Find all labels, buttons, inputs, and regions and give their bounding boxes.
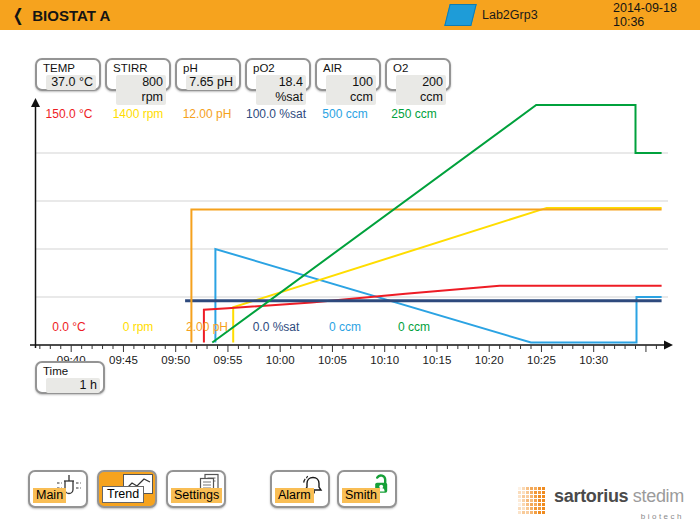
brand-secondary: stedim xyxy=(633,486,684,506)
pv-stirr-label: STIRR xyxy=(113,62,166,74)
brand-sub: biotech xyxy=(554,507,684,525)
x-tick-label: 10:20 xyxy=(475,354,504,366)
x-tick-label: 10:15 xyxy=(423,354,452,366)
nav-settings-label: Settings xyxy=(171,488,222,503)
pv-temp-button[interactable]: TEMP 37.0 °C xyxy=(35,58,101,91)
date-label: 2014-09-18 xyxy=(613,2,677,16)
pv-stirr-button[interactable]: STIRR 800 rpm xyxy=(105,58,171,91)
x-tick-label: 10:00 xyxy=(266,354,295,366)
vessel-flag-icon xyxy=(444,4,476,26)
x-tick-label: 10:10 xyxy=(370,354,399,366)
nav-main-button[interactable]: Main xyxy=(28,470,88,508)
pv-temp-label: TEMP xyxy=(43,62,96,74)
pv-temp-value: 37.0 °C xyxy=(46,75,96,90)
x-tick-label: 10:25 xyxy=(527,354,556,366)
process-group-label: Lab2Grp3 xyxy=(482,8,538,22)
back-button[interactable]: ❮ BIOSTAT A xyxy=(11,5,110,26)
pv-air-button[interactable]: AIR 100 ccm xyxy=(315,58,381,91)
x-tick-label: 09:55 xyxy=(214,354,243,366)
nav-user-button[interactable]: Smith xyxy=(337,470,397,508)
nav-settings-button[interactable]: Settings xyxy=(166,470,226,508)
logo-text: sartorius stedim biotech xyxy=(554,486,684,525)
nav-trend-label: Trend xyxy=(102,486,144,503)
pv-ph-button[interactable]: pH 7.65 pH xyxy=(175,58,241,91)
x-tick-label: 10:05 xyxy=(318,354,347,366)
x-axis-arrow-icon xyxy=(664,341,673,350)
nav-alarm-label: Alarm xyxy=(275,488,314,503)
nav-trend-button[interactable]: Trend xyxy=(97,470,157,508)
time-window-button[interactable]: Time 1 h xyxy=(35,361,105,394)
pv-air-label: AIR xyxy=(323,62,376,74)
sartorius-logo: sartorius stedim biotech xyxy=(518,486,684,525)
trend-chart: 09:4009:4509:5009:5510:0010:0510:1010:15… xyxy=(0,90,700,375)
nav-user-label: Smith xyxy=(342,488,380,503)
page-title: BIOSTAT A xyxy=(32,7,110,24)
biostat-screen: ❮ BIOSTAT A Lab2Grp3 2014-09-18 10:36 TE… xyxy=(0,0,700,525)
time-label: 10:36 xyxy=(613,16,677,30)
series-o2 xyxy=(212,105,661,343)
nav-main-label: Main xyxy=(33,488,66,503)
process-group-chip[interactable]: Lab2Grp3 xyxy=(447,4,538,26)
x-tick-label: 09:50 xyxy=(161,354,190,366)
pv-po2-label: pO2 xyxy=(253,62,306,74)
x-tick-label: 09:45 xyxy=(109,354,138,366)
time-window-value: 1 h xyxy=(46,378,100,393)
x-tick-label: 10:30 xyxy=(579,354,608,366)
pv-ph-value: 7.65 pH xyxy=(186,75,236,90)
datetime-display: 2014-09-18 10:36 xyxy=(613,2,677,29)
logo-pixel-icon xyxy=(518,487,545,514)
time-window-label: Time xyxy=(43,365,100,377)
back-chevron-icon: ❮ xyxy=(13,5,24,26)
nav-alarm-button[interactable]: Alarm xyxy=(270,470,330,508)
series-stirr xyxy=(233,208,661,343)
header-bar: ❮ BIOSTAT A Lab2Grp3 2014-09-18 10:36 xyxy=(0,0,700,30)
pv-po2-button[interactable]: pO2 18.4 %sat xyxy=(245,58,311,91)
pv-ph-label: pH xyxy=(183,62,236,74)
pv-o2-button[interactable]: O2 200 ccm xyxy=(385,58,451,91)
series-ph xyxy=(191,209,661,342)
brand-primary: sartorius xyxy=(554,486,628,506)
series-air xyxy=(215,249,661,343)
pv-o2-label: O2 xyxy=(393,62,446,74)
y-axis-arrow-icon xyxy=(31,98,40,107)
